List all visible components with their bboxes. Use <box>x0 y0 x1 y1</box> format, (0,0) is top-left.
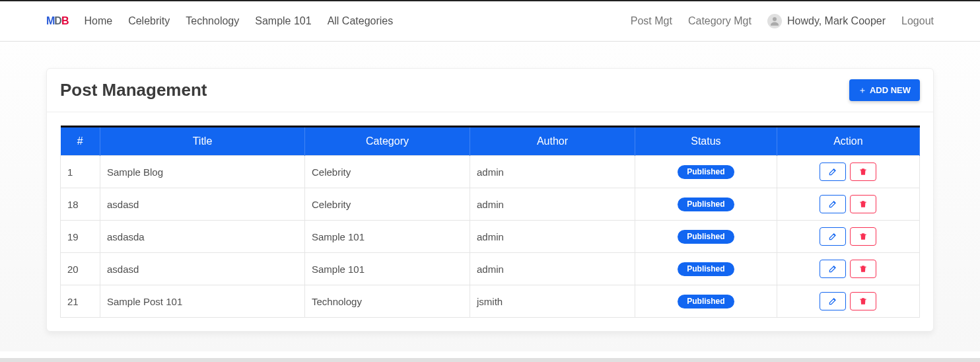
cell-action <box>777 253 919 285</box>
posts-table: # Title Category Author Status Action 1 … <box>60 126 920 318</box>
trash-icon <box>858 199 868 209</box>
status-badge: Published <box>678 198 734 211</box>
status-badge: Published <box>678 230 734 244</box>
cell-category: Technology <box>305 285 470 318</box>
cell-status: Published <box>635 285 777 318</box>
nav-category-mgt[interactable]: Category Mgt <box>688 15 752 27</box>
edit-button[interactable] <box>820 260 846 278</box>
cell-id: 1 <box>61 156 100 188</box>
cell-action <box>777 285 919 318</box>
nav-logout[interactable]: Logout <box>901 15 934 27</box>
cell-action <box>777 221 919 253</box>
cell-status: Published <box>635 188 777 221</box>
avatar <box>767 14 782 28</box>
cell-id: 20 <box>61 253 100 285</box>
nav-celebrity[interactable]: Celebrity <box>128 15 170 27</box>
post-management-card: Post Management ADD NEW # Title Category… <box>46 68 934 332</box>
cell-status: Published <box>635 221 777 253</box>
cell-title: Sample Post 101 <box>100 285 305 318</box>
table-row: 20 asdasd Sample 101 admin Published <box>61 253 920 285</box>
edit-button[interactable] <box>820 163 846 181</box>
table-row: 21 Sample Post 101 Technology jsmith Pub… <box>61 285 920 318</box>
cell-title: asdasd <box>100 188 305 221</box>
table-row: 19 asdasda Sample 101 admin Published <box>61 221 920 253</box>
status-badge: Published <box>678 165 734 179</box>
user-howdy[interactable]: Howdy, Mark Cooper <box>767 14 886 28</box>
logo[interactable]: MDB <box>46 15 68 27</box>
th-action: Action <box>777 127 919 156</box>
cell-author: admin <box>470 253 635 285</box>
status-badge: Published <box>678 262 734 276</box>
th-category: Category <box>305 127 470 156</box>
logo-b: B <box>61 15 69 26</box>
add-new-label: ADD NEW <box>870 85 911 95</box>
plus-icon <box>858 87 866 94</box>
cell-id: 19 <box>61 221 100 253</box>
edit-button[interactable] <box>820 292 846 310</box>
cell-category: Sample 101 <box>305 221 470 253</box>
delete-button[interactable] <box>850 227 876 246</box>
cell-action <box>777 156 919 188</box>
edit-icon <box>828 297 837 306</box>
th-title: Title <box>100 127 305 156</box>
cell-id: 21 <box>61 285 100 318</box>
edit-icon <box>828 264 837 273</box>
cell-id: 18 <box>61 188 100 221</box>
edit-icon <box>828 167 837 176</box>
cell-action <box>777 188 919 221</box>
cell-title: asdasd <box>100 253 305 285</box>
th-id: # <box>61 127 100 156</box>
cell-author: admin <box>470 156 635 188</box>
cell-author: admin <box>470 221 635 253</box>
cell-category: Celebrity <box>305 156 470 188</box>
cell-title: asdasda <box>100 221 305 253</box>
cell-status: Published <box>635 253 777 285</box>
nav-sample101[interactable]: Sample 101 <box>255 15 311 27</box>
table-row: 18 asdasd Celebrity admin Published <box>61 188 920 221</box>
cell-status: Published <box>635 156 777 188</box>
table-row: 1 Sample Blog Celebrity admin Published <box>61 156 920 188</box>
delete-button[interactable] <box>850 163 876 181</box>
delete-button[interactable] <box>850 292 876 310</box>
nav-all-categories[interactable]: All Categories <box>328 15 394 27</box>
delete-button[interactable] <box>850 260 876 278</box>
status-badge: Published <box>678 295 734 308</box>
edit-button[interactable] <box>820 195 846 213</box>
edit-icon <box>828 232 837 241</box>
edit-button[interactable] <box>820 227 846 246</box>
trash-icon <box>858 232 868 241</box>
trash-icon <box>858 297 868 306</box>
logo-m: M <box>46 15 54 26</box>
nav-technology[interactable]: Technology <box>186 15 239 27</box>
cell-author: jsmith <box>470 285 635 318</box>
delete-button[interactable] <box>850 195 876 213</box>
th-author: Author <box>470 127 635 156</box>
page-title: Post Management <box>60 80 207 100</box>
trash-icon <box>858 167 868 176</box>
top-nav: MDB Home Celebrity Technology Sample 101… <box>0 1 980 41</box>
cell-category: Celebrity <box>305 188 470 221</box>
th-status: Status <box>635 127 777 156</box>
trash-icon <box>858 264 868 273</box>
cell-category: Sample 101 <box>305 253 470 285</box>
add-new-button[interactable]: ADD NEW <box>849 79 920 101</box>
nav-post-mgt[interactable]: Post Mgt <box>631 15 672 27</box>
cell-title: Sample Blog <box>100 156 305 188</box>
nav-home[interactable]: Home <box>84 15 112 27</box>
cell-author: admin <box>470 188 635 221</box>
logo-d: D <box>54 15 61 26</box>
footer: © 2022 Copyright: oretnom23 <box>0 358 980 362</box>
svg-point-0 <box>773 17 777 21</box>
edit-icon <box>828 199 837 209</box>
howdy-text: Howdy, Mark Cooper <box>787 15 886 27</box>
